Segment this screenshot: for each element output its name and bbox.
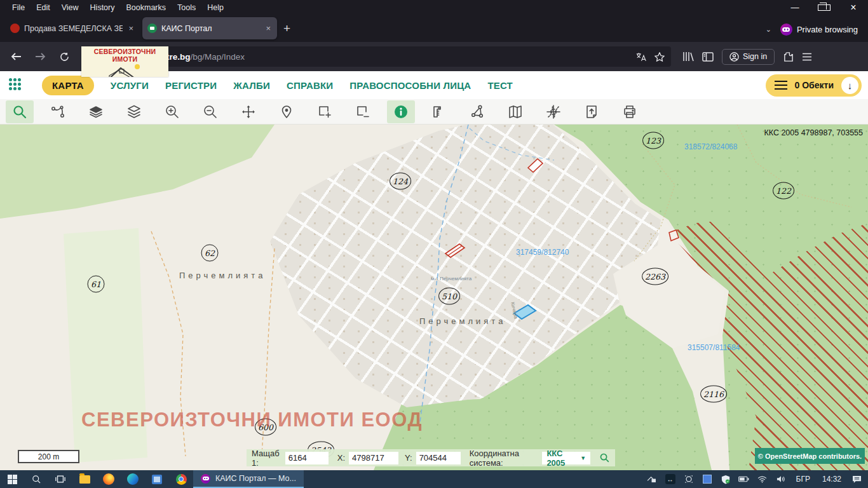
- parcel-circle-2116[interactable]: 2116: [700, 386, 727, 403]
- tab-kais-portal[interactable]: КАИС Портал ×: [142, 17, 277, 39]
- tab1-close-icon[interactable]: ×: [127, 24, 135, 33]
- statusbar-search-icon[interactable]: [599, 451, 610, 464]
- notifications-icon: [852, 475, 862, 484]
- wifi-icon: [757, 476, 767, 483]
- map-canvas[interactable]: ККС 2005 4798987, 703555 123 122 124 62 …: [0, 125, 868, 470]
- nav-test[interactable]: ТЕСТ: [487, 80, 513, 91]
- zoom-out-icon: [203, 104, 218, 119]
- battery-tray-button[interactable]: [736, 470, 752, 488]
- notifications-button[interactable]: [849, 470, 864, 488]
- url-bar[interactable]: kais.cadastre.bg/bg/Map/Index: [105, 46, 671, 67]
- rect-subtract-icon: [355, 104, 370, 119]
- download-arrow-icon[interactable]: ↓: [841, 77, 858, 94]
- menu-view[interactable]: View: [56, 3, 85, 12]
- forward-button[interactable]: [29, 46, 51, 67]
- nav-spravki[interactable]: СПРАВКИ: [287, 80, 333, 91]
- pan-tool-button[interactable]: [234, 100, 262, 123]
- library-icon[interactable]: [682, 51, 694, 62]
- new-tab-button[interactable]: +: [283, 22, 290, 36]
- menu-history[interactable]: History: [85, 3, 121, 12]
- parcel-circle-123[interactable]: 123: [642, 132, 664, 149]
- menu-edit[interactable]: Edit: [31, 3, 56, 12]
- edge-taskbar-button[interactable]: [121, 470, 145, 488]
- scale-label: Мащаб 1:: [252, 449, 281, 468]
- parcel-circle-61[interactable]: 61: [88, 276, 105, 293]
- defender-tray-button[interactable]: [718, 470, 733, 488]
- app-window-tray-button[interactable]: [700, 470, 715, 488]
- nav-zhalbi[interactable]: ЖАЛБИ: [233, 80, 270, 91]
- search-tool-button[interactable]: [6, 100, 34, 123]
- apps-grid-icon[interactable]: [9, 78, 23, 92]
- menu-file[interactable]: File: [6, 3, 31, 12]
- teamviewer-tray-button[interactable]: ↔: [663, 470, 678, 488]
- taskbar-search-button[interactable]: [24, 470, 48, 488]
- system-tray: ↔ БГР 14:32: [644, 470, 868, 488]
- restore-button[interactable]: [810, 0, 839, 15]
- y-coordinate-input[interactable]: [416, 452, 461, 464]
- close-button[interactable]: ×: [839, 0, 868, 15]
- edge-icon: [127, 473, 139, 485]
- parcel-circle-122[interactable]: 122: [773, 182, 794, 200]
- list-tabs-chevron-icon[interactable]: ⌄: [766, 25, 771, 34]
- tab-prodava-zemedelska[interactable]: Продава ЗЕМЕДЕЛСКА ЗЕМЯ в ×: [5, 17, 140, 39]
- active-window-button[interactable]: КАИС Портал — Мо...: [193, 470, 304, 488]
- chrome-taskbar-button[interactable]: [169, 470, 193, 488]
- rect-subtract-tool-button[interactable]: [349, 100, 377, 123]
- translate-icon[interactable]: [636, 52, 647, 62]
- village-label-west: Перчемлията: [179, 271, 266, 280]
- minimize-button[interactable]: —: [780, 0, 810, 15]
- layer-stack-tool-button[interactable]: [120, 100, 148, 123]
- zoom-in-tool-button[interactable]: [158, 100, 186, 123]
- x-coordinate-input[interactable]: [349, 452, 398, 464]
- cast-tray-button[interactable]: [644, 470, 660, 488]
- tab2-favicon: [147, 24, 157, 33]
- firefox-taskbar-button[interactable]: [97, 470, 121, 488]
- location-tool-button[interactable]: [273, 100, 301, 123]
- crs-dropdown[interactable]: ККС 2005 ▼: [542, 452, 590, 464]
- parcel-circle-124[interactable]: 124: [390, 173, 411, 190]
- route-tool-button[interactable]: [44, 100, 72, 123]
- measure-tool-button[interactable]: [425, 100, 453, 123]
- menu-tools[interactable]: Tools: [172, 3, 201, 12]
- parcel-circle-2263[interactable]: 2263: [642, 268, 668, 285]
- wifi-tray-button[interactable]: [755, 470, 770, 488]
- nav-uslugi[interactable]: УСЛУГИ: [111, 80, 149, 91]
- tab2-close-icon[interactable]: ×: [264, 24, 272, 33]
- clock[interactable]: 14:32: [818, 475, 846, 484]
- layers-tool-button[interactable]: [82, 100, 110, 123]
- osm-attribution[interactable]: © OpenStreetMap contributors.: [755, 448, 865, 464]
- language-indicator[interactable]: БГР: [792, 475, 815, 484]
- signin-button[interactable]: Sign in: [722, 49, 775, 65]
- menu-help[interactable]: Help: [201, 3, 229, 12]
- coordinate-grid-tool-button[interactable]: [539, 100, 567, 123]
- scale-input[interactable]: [285, 452, 329, 464]
- extensions-puzzle-icon[interactable]: [783, 51, 794, 62]
- nav-karta[interactable]: КАРТА: [42, 76, 94, 95]
- file-explorer-button[interactable]: [72, 470, 97, 488]
- nav-pravosposobni-litsa[interactable]: ПРАВОСПОСОБНИ ЛИЦА: [349, 80, 471, 91]
- photos-app-button[interactable]: [145, 470, 169, 488]
- volume-tray-button[interactable]: [773, 470, 789, 488]
- menu-bookmarks[interactable]: Bookmarks: [120, 3, 172, 12]
- print-tool-button[interactable]: [616, 100, 644, 123]
- hamburger-menu-icon[interactable]: [802, 53, 812, 61]
- start-button[interactable]: [0, 470, 24, 488]
- nav-registri[interactable]: РЕГИСТРИ: [165, 80, 217, 91]
- camera-tray-button[interactable]: [681, 470, 696, 488]
- sidebar-icon[interactable]: [702, 52, 714, 62]
- parcel-circle-62[interactable]: 62: [201, 245, 219, 262]
- reload-button[interactable]: [53, 46, 75, 67]
- share-nodes-icon: [470, 104, 485, 119]
- back-button[interactable]: [5, 46, 27, 67]
- share-tool-button[interactable]: [463, 100, 491, 123]
- task-view-button[interactable]: [48, 470, 72, 488]
- zoom-out-tool-button[interactable]: [196, 100, 224, 123]
- basemap-tool-button[interactable]: [501, 100, 529, 123]
- photos-app-icon: [152, 475, 162, 484]
- export-tool-button[interactable]: [578, 100, 606, 123]
- bookmark-star-icon[interactable]: [654, 52, 665, 62]
- rect-add-tool-button[interactable]: [311, 100, 339, 123]
- objects-badge[interactable]: 0 Обекти ↓: [766, 74, 862, 97]
- parcel-circle-510[interactable]: 510: [438, 288, 460, 305]
- info-tool-button[interactable]: [387, 100, 415, 123]
